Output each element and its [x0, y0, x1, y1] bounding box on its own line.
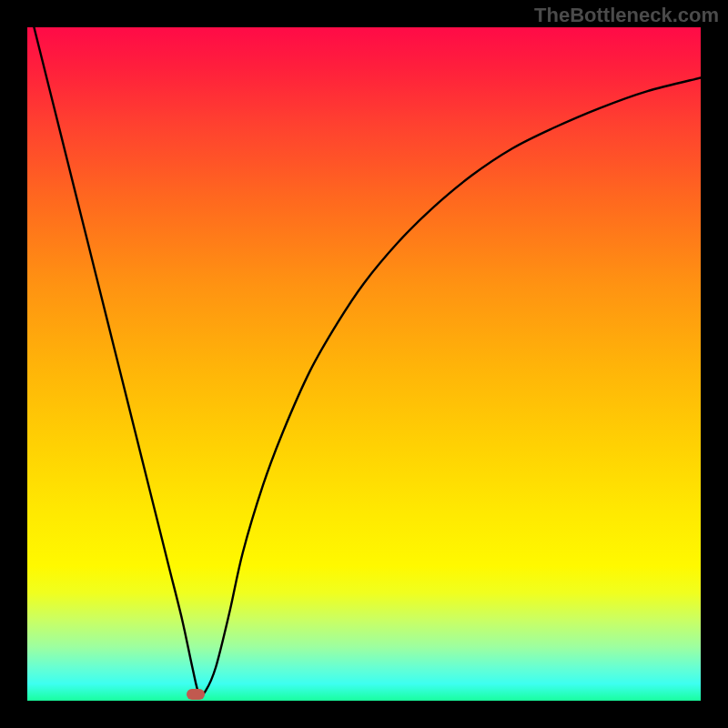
optimum-marker [187, 689, 205, 700]
bottleneck-curve-path [34, 27, 701, 696]
curve-svg [27, 27, 701, 701]
chart-frame: TheBottleneck.com [0, 0, 728, 728]
plot-area [27, 27, 701, 701]
attribution-text: TheBottleneck.com [534, 4, 719, 27]
